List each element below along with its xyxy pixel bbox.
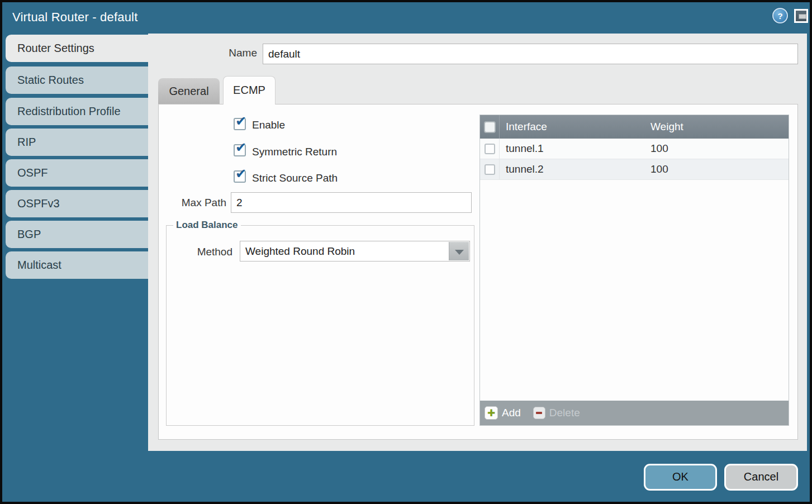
check-icon: ✔: [235, 113, 246, 129]
check-icon: ✔: [235, 140, 246, 155]
max-path-label: Max Path: [164, 197, 226, 209]
cancel-button[interactable]: Cancel: [724, 464, 798, 491]
restore-window-icon[interactable]: [794, 9, 808, 23]
load-balance-group: Load Balance Method Weighted Round Robin: [166, 225, 474, 426]
table-header: Interface Weight: [480, 115, 789, 139]
interface-cell: tunnel.1: [500, 142, 644, 155]
method-dropdown[interactable]: Weighted Round Robin: [240, 241, 470, 261]
interface-cell: tunnel.2: [500, 163, 644, 175]
strict-source-path-checkbox[interactable]: ✔: [234, 170, 246, 183]
sidebar-item-bgp[interactable]: BGP: [6, 221, 148, 248]
minus-icon: [533, 407, 545, 419]
symmetric-return-checkbox[interactable]: ✔: [234, 144, 246, 156]
sidebar-item-redistribution-profile[interactable]: Redistribution Profile: [6, 98, 148, 125]
weight-cell: 100: [644, 163, 789, 175]
dialog-title: Virtual Router - default: [12, 10, 138, 25]
row-checkbox[interactable]: [485, 144, 495, 154]
chevron-down-icon: [455, 250, 464, 255]
weight-column-header: Weight: [644, 121, 789, 133]
sidebar-item-ospfv3[interactable]: OSPFv3: [6, 190, 148, 217]
check-icon: ✔: [235, 166, 246, 182]
symmetric-return-label: Symmetric Return: [252, 146, 337, 158]
sidebar-item-multicast[interactable]: Multicast: [6, 251, 148, 279]
name-label: Name: [220, 47, 257, 59]
table-empty-area: [480, 180, 789, 401]
name-input[interactable]: [263, 44, 798, 64]
sidebar-item-static-routes[interactable]: Static Routes: [6, 66, 148, 94]
sidebar-item-ospf[interactable]: OSPF: [6, 159, 148, 187]
table-toolbar: ✚ Add Delete: [480, 401, 789, 425]
delete-button-label: Delete: [549, 407, 580, 419]
ok-button[interactable]: OK: [644, 464, 717, 491]
method-dropdown-value: Weighted Round Robin: [245, 241, 355, 261]
enable-checkbox[interactable]: ✔: [234, 118, 246, 130]
help-icon[interactable]: ?: [772, 8, 788, 23]
select-all-checkbox[interactable]: [484, 121, 496, 133]
tab-general[interactable]: General: [158, 78, 220, 104]
sidebar-item-rip[interactable]: RIP: [6, 129, 148, 156]
method-label: Method: [193, 246, 232, 258]
delete-button[interactable]: Delete: [533, 407, 580, 419]
load-balance-legend: Load Balance: [173, 220, 241, 231]
add-button[interactable]: ✚ Add: [485, 406, 521, 420]
enable-label: Enable: [252, 119, 285, 131]
plus-icon: ✚: [485, 406, 498, 420]
sidebar-item-router-settings[interactable]: Router Settings: [6, 35, 148, 62]
add-button-label: Add: [502, 407, 521, 419]
row-checkbox[interactable]: [485, 164, 495, 175]
table-row[interactable]: tunnel.1 100: [480, 139, 789, 159]
weight-cell: 100: [644, 142, 789, 155]
interface-weight-table: Interface Weight tunnel.1 100 tunnel.2 1…: [479, 115, 789, 426]
dropdown-trigger-button[interactable]: [449, 242, 469, 260]
tab-ecmp[interactable]: ECMP: [223, 76, 276, 104]
interface-column-header: Interface: [500, 121, 644, 133]
strict-source-path-label: Strict Source Path: [252, 172, 338, 184]
table-row[interactable]: tunnel.2 100: [480, 159, 789, 180]
max-path-input[interactable]: [231, 192, 472, 213]
